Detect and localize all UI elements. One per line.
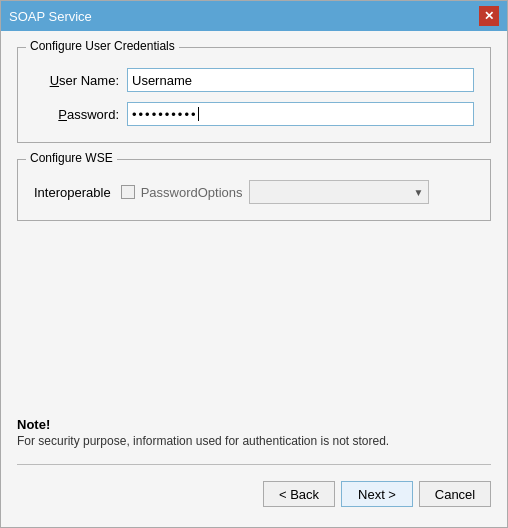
wse-legend: Configure WSE [26,151,117,165]
divider [17,464,491,465]
dropdown-arrow-icon: ▼ [414,187,424,198]
credentials-legend: Configure User Credentials [26,39,179,53]
next-button[interactable]: Next > [341,481,413,507]
password-dots: •••••••••• [132,107,198,122]
button-row: < Back Next > Cancel [17,473,491,511]
title-bar: SOAP Service ✕ [1,1,507,31]
password-input-display[interactable]: •••••••••• [127,102,474,126]
soap-service-window: SOAP Service ✕ Configure User Credential… [0,0,508,528]
back-button[interactable]: < Back [263,481,335,507]
interoperable-label: Interoperable [34,185,111,200]
close-button[interactable]: ✕ [479,6,499,26]
username-input[interactable] [127,68,474,92]
wse-row: Interoperable PasswordOptions ▼ [34,180,474,204]
password-options-label: PasswordOptions [141,185,243,200]
username-label: User Name: [34,73,119,88]
spacer [17,237,491,417]
cancel-button[interactable]: Cancel [419,481,491,507]
password-options-dropdown[interactable]: ▼ [249,180,429,204]
username-row: User Name: [34,68,474,92]
password-row: Password: •••••••••• [34,102,474,126]
note-text: For security purpose, information used f… [17,434,491,448]
window-title: SOAP Service [9,9,92,24]
password-cursor [198,107,199,121]
credentials-fieldset: Configure User Credentials User Name: Pa… [17,47,491,143]
content-area: Configure User Credentials User Name: Pa… [1,31,507,527]
wse-fieldset: Configure WSE Interoperable PasswordOpti… [17,159,491,221]
interoperable-checkbox[interactable] [121,185,135,199]
note-title: Note! [17,417,491,432]
note-section: Note! For security purpose, information … [17,417,491,456]
password-label: Password: [34,107,119,122]
